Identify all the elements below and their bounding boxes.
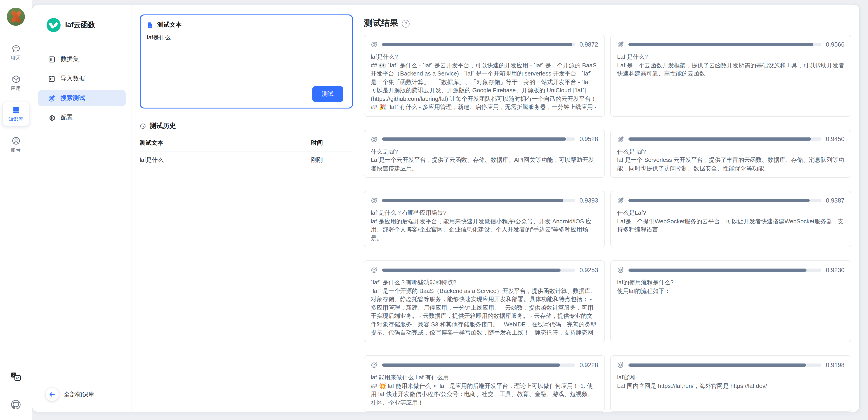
score-progress-bar [382, 363, 575, 366]
target-icon [371, 41, 378, 48]
app-root: 聊天 应用 知识库 账号 文 En [0, 0, 868, 420]
result-card: 0.9566 Laf 是什么? Laf 是一个云函数开发框架，提供了云函数开发所… [610, 35, 851, 117]
rail-item-label: 知识库 [8, 116, 23, 122]
score-value: 0.9566 [826, 41, 844, 48]
results-section: 测试结果 ? 0.9872 laf是什么? ## 👀 `laf` 是什么 - `… [358, 4, 860, 412]
rail-item-chat[interactable]: 聊天 [3, 41, 29, 64]
sidebar-item-search-test[interactable]: 搜索测试 [38, 90, 126, 106]
back-button[interactable] [46, 388, 59, 401]
result-answer: ## 👀 `laf` 是什么 - `laf` 是云开发平台，可以快速的开发应用 … [371, 61, 598, 112]
score-progress-bar [382, 43, 575, 46]
target-icon [617, 197, 624, 204]
sidebar-item-label: 导入数据 [61, 74, 85, 83]
sidebar-item-label: 配置 [61, 114, 73, 122]
score-progress-fill [628, 43, 813, 46]
result-question: `laf` 是什么？有哪些功能和特点? [371, 279, 598, 287]
result-card: 0.9198 laf官网 Laf 国内官网是 https://laf.run/，… [610, 355, 851, 412]
test-column: 测试文本 laf是什么 测试 测试历史 测试文本 时间 laf是什么 [132, 4, 358, 412]
avatar[interactable] [7, 8, 25, 26]
score-progress-bar [382, 138, 575, 141]
user-icon [11, 136, 21, 146]
rail-nav: 聊天 应用 知识库 账号 [3, 41, 29, 164]
score-progress-fill [628, 199, 810, 202]
score-row: 0.9566 [617, 41, 844, 48]
kb-menu: 数据集 导入数据 搜索测试 配置 [32, 51, 131, 126]
score-progress-fill [382, 138, 566, 141]
score-progress-fill [628, 363, 806, 366]
sidebar-item-label: 搜索测试 [61, 94, 85, 102]
result-card: 0.9253 `laf` 是什么？有哪些功能和特点? `laf` 是一个开源的 … [364, 261, 605, 342]
main-panel: laf云函数 数据集 导入数据 搜索测试 配置 [32, 4, 860, 412]
sidebar-item-label: 数据集 [61, 55, 79, 63]
score-progress-bar [628, 43, 822, 46]
back-label: 全部知识库 [64, 390, 94, 398]
target-icon [617, 41, 624, 48]
rail-item-apps[interactable]: 应用 [3, 71, 29, 95]
sidebar-item-import[interactable]: 导入数据 [38, 70, 126, 87]
results-header: 测试结果 ? [364, 17, 851, 29]
github-icon[interactable] [11, 400, 21, 410]
rail-item-knowledge-base[interactable]: 知识库 [3, 102, 29, 126]
result-card: 0.9230 laf的使用流程是什么? 使用laf的流程如下： [610, 261, 851, 342]
history-col-text: 测试文本 [140, 139, 311, 151]
score-value: 0.9253 [579, 267, 598, 273]
score-value: 0.9872 [579, 41, 598, 48]
test-history-table: 测试文本 时间 laf是什么 刚刚 [140, 139, 353, 169]
result-text: laf的使用流程是什么? 使用laf的流程如下： [617, 279, 844, 295]
score-row: 0.9230 [617, 267, 844, 274]
score-progress-bar [628, 138, 822, 141]
kb-title: laf云函数 [65, 20, 95, 30]
result-question: laf 能用来做什么 Laf 有什么用 [371, 373, 598, 382]
result-card: 0.9228 laf 能用来做什么 Laf 有什么用 ## 💥 laf 能用来做… [364, 355, 605, 412]
test-text-input[interactable]: laf是什么 [147, 33, 346, 86]
score-value: 0.9228 [579, 361, 598, 368]
score-value: 0.9230 [826, 267, 844, 273]
score-progress-bar [628, 199, 822, 202]
history-row[interactable]: laf是什么 刚刚 [140, 151, 353, 169]
result-text: 什么是Laf? Laf是一个提供WebSocket服务的云平台，可以让开发者快速… [617, 209, 844, 234]
back-to-all-kb[interactable]: 全部知识库 [32, 388, 131, 412]
sidebar-item-config[interactable]: 配置 [38, 110, 126, 126]
chat-icon [11, 44, 21, 53]
history-col-time: 时间 [311, 139, 353, 151]
rail-item-account[interactable]: 账号 [3, 133, 29, 156]
result-text: `laf` 是什么？有哪些功能和特点? `laf` 是一个开源的 BaaS（Ba… [371, 279, 598, 337]
gear-icon [48, 114, 56, 121]
result-answer: `laf` 是一个开源的 BaaS（Backend as a Service）开… [371, 287, 598, 337]
result-card: 0.9872 laf是什么? ## 👀 `laf` 是什么 - `laf` 是云… [364, 35, 605, 117]
score-progress-fill [382, 363, 560, 366]
target-icon [371, 136, 378, 143]
result-question: 什么是Laf? [617, 209, 844, 217]
score-progress-fill [382, 43, 572, 46]
result-question: laf是什么? [371, 53, 598, 61]
result-card: 0.9393 laf 是什么？有哪些应用场景? laf 是应用的后端开发平台，能… [364, 191, 605, 247]
result-text: 什么是 laf? laf 是一个 Serverless 云开发平台，提供了丰富的… [617, 148, 844, 173]
score-row: 0.9198 [617, 361, 844, 368]
target-icon [617, 361, 624, 368]
result-question: Laf 是什么? [617, 53, 844, 61]
result-text: laf官网 Laf 国内官网是 https://laf.run/，海外官网是 h… [617, 373, 844, 390]
score-value: 0.9198 [826, 361, 844, 368]
target-icon [371, 361, 378, 368]
test-history-title: 测试历史 [150, 122, 176, 130]
score-value: 0.9387 [826, 197, 844, 204]
rail-bottom: 文 En [11, 372, 21, 420]
score-row: 0.9393 [371, 197, 598, 204]
language-toggle-icon[interactable]: 文 En [11, 372, 21, 381]
results-grid: 0.9872 laf是什么? ## 👀 `laf` 是什么 - `laf` 是云… [364, 35, 851, 412]
score-progress-bar [382, 199, 575, 202]
rail-item-label: 聊天 [11, 55, 21, 61]
sidebar-item-dataset[interactable]: 数据集 [38, 51, 126, 67]
result-question: laf官网 [617, 373, 844, 382]
help-icon[interactable]: ? [402, 20, 410, 28]
result-card: 0.9450 什么是 laf? laf 是一个 Serverless 云开发平台… [610, 130, 851, 178]
run-test-button[interactable]: 测试 [312, 86, 343, 102]
target-icon [617, 267, 624, 274]
result-text: Laf 是什么? Laf 是一个云函数开发框架，提供了云函数开发所需的基础设施和… [617, 53, 844, 78]
score-value: 0.9450 [826, 136, 844, 143]
history-header-row: 测试文本 时间 [140, 139, 353, 151]
result-answer: Laf 国内官网是 https://laf.run/，海外官网是 https:/… [617, 382, 844, 390]
test-history-section: 测试历史 测试文本 时间 laf是什么 刚刚 [140, 122, 353, 169]
score-progress-fill [628, 269, 807, 272]
score-progress-fill [628, 138, 811, 141]
